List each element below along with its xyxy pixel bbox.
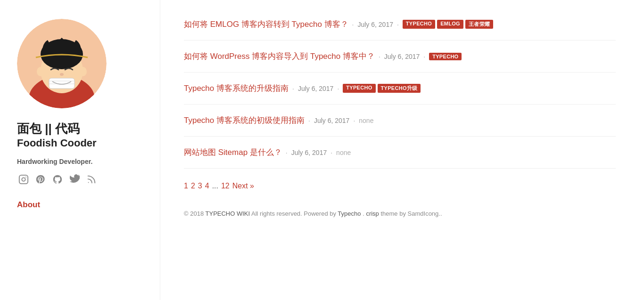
typecho-link[interactable]: Typecho [338,210,361,217]
github-icon[interactable] [51,173,64,186]
svg-rect-9 [19,175,28,184]
no-tags: none [359,117,373,124]
footer-powered-text: All rights reserved. Powered by [251,210,336,217]
tag-emlog[interactable]: EMLOG [437,20,463,29]
list-item: 网站地图 Sitemap 是什么？ · July 6, 2017 · none [184,137,616,169]
svg-point-12 [88,182,89,183]
list-item: Typecho 博客系统的初级使用指南 · July 6, 2017 · non… [184,105,616,137]
list-item: Typecho 博客系统的升级指南 · July 6, 2017 · TYPEC… [184,73,616,105]
post-date: July 6, 2017 [314,117,350,124]
page-12-link[interactable]: 12 [221,182,230,190]
svg-point-11 [25,177,26,178]
site-title-zh: 面包 || 代码 [17,122,80,136]
site-link[interactable]: TYPECHO WIKI [206,210,250,217]
page-2-link[interactable]: 2 [191,182,195,190]
page-3-link[interactable]: 3 [198,182,202,190]
site-title-en: Foodish Cooder [17,137,97,149]
svg-point-7 [60,73,64,76]
sidebar: 面包 || 代码 Foodish Cooder Hardworking Deve… [0,0,160,300]
svg-point-10 [22,178,25,181]
social-icons-group [17,173,98,186]
separator: · [397,21,399,28]
next-page-link[interactable]: Next » [232,182,254,190]
pagination-dots: ... [212,182,218,190]
separator: · [292,85,294,92]
tag-typecho[interactable]: TYPECHO [343,84,375,93]
twitter-icon[interactable] [68,173,81,186]
post-date: July 6, 2017 [291,149,327,156]
footer: © 2018 TYPECHO WIKI All rights reserved.… [184,205,616,217]
separator: · [352,21,354,28]
svg-point-5 [37,67,44,76]
about-link[interactable]: About [17,200,40,210]
main-content: 如何将 EMLOG 博客内容转到 Typecho 博客？ · July 6, 2… [160,0,644,300]
copyright: © 2018 [184,210,204,217]
page-1-link[interactable]: 1 [184,182,188,190]
post-title[interactable]: Typecho 博客系统的升级指南 [184,83,289,94]
no-tags: none [336,149,351,156]
svg-point-6 [79,67,87,76]
list-item: 如何将 EMLOG 博客内容转到 Typecho 博客？ · July 6, 2… [184,14,616,41]
post-date: July 6, 2017 [384,53,420,60]
page-4-link[interactable]: 4 [205,182,209,190]
instagram-icon[interactable] [17,173,30,186]
separator: · [337,85,339,92]
list-item: 如何将 WordPress 博客内容导入到 Typecho 博客中？ · Jul… [184,41,616,73]
tag-list: TYPECHO [429,53,462,60]
pinterest-icon[interactable] [34,173,47,186]
separator: · [353,117,355,124]
footer-text2: theme by SamdIcong.. [380,210,442,217]
pagination: 1 2 3 4 ... 12 Next » [184,182,616,190]
avatar [17,19,107,108]
separator: · [286,149,288,156]
post-title[interactable]: 如何将 EMLOG 博客内容转到 Typecho 博客？ [184,19,348,30]
post-date: July 6, 2017 [298,85,334,92]
footer-sep: . [363,210,364,217]
post-title[interactable]: 如何将 WordPress 博客内容导入到 Typecho 博客中？ [184,51,375,62]
separator: · [330,149,332,156]
tag-list: TYPECHO EMLOG 王者荣耀 [403,20,493,29]
site-description: Hardworking Developer. [17,158,92,165]
tag-list: TYPECHO TYPECHO升级 [343,84,421,93]
tag-typecho[interactable]: TYPECHO [403,20,435,29]
svg-rect-8 [49,78,74,89]
post-list: 如何将 EMLOG 博客内容转到 Typecho 博客？ · July 6, 2… [184,14,616,169]
rss-icon[interactable] [85,173,98,186]
separator: · [308,117,310,124]
separator: · [379,53,380,60]
theme-link[interactable]: crisp [366,210,379,217]
post-title[interactable]: 网站地图 Sitemap 是什么？ [184,147,282,158]
tag-typecho-upgrade[interactable]: TYPECHO升级 [378,84,421,93]
tag-typecho[interactable]: TYPECHO [429,53,462,60]
tag-wangzhe[interactable]: 王者荣耀 [465,20,493,29]
separator: · [423,53,425,60]
post-title[interactable]: Typecho 博客系统的初级使用指南 [184,115,305,126]
post-date: July 6, 2017 [357,21,393,28]
